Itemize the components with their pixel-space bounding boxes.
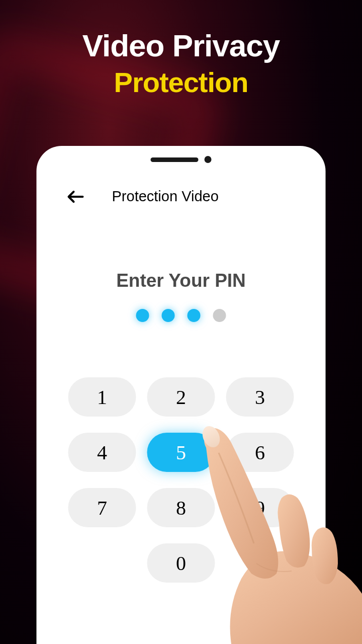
keypad-row-3: 7 8 9	[68, 488, 294, 527]
keypad-row-1: 1 2 3	[68, 377, 294, 417]
keypad-row-2: 4 5 6	[68, 433, 294, 472]
key-1[interactable]: 1	[68, 377, 136, 417]
key-8[interactable]: 8	[147, 488, 215, 527]
speaker-dot	[205, 156, 212, 163]
back-arrow-icon	[67, 190, 84, 204]
speaker-bar	[151, 157, 199, 162]
pin-dot-3	[188, 309, 201, 322]
hero-line1: Video Privacy	[0, 28, 362, 63]
phone-mockup: Protection Video Enter Your PIN 1 2 3 4 …	[37, 146, 326, 644]
key-4[interactable]: 4	[68, 433, 136, 472]
pin-dot-4	[213, 309, 226, 322]
key-6[interactable]: 6	[226, 433, 294, 472]
hero-title: Video Privacy Protection	[0, 0, 362, 99]
key-3[interactable]: 3	[226, 377, 294, 417]
app-header: Protection Video	[37, 188, 326, 205]
hero-line2: Protection	[0, 66, 362, 99]
key-9[interactable]: 9	[226, 488, 294, 527]
speaker-notch	[37, 156, 326, 163]
back-button[interactable]	[67, 190, 84, 204]
key-5[interactable]: 5	[147, 433, 215, 472]
pin-dot-2	[162, 309, 175, 322]
keypad-row-4: 0	[147, 543, 215, 583]
pin-indicator	[37, 309, 326, 322]
key-7[interactable]: 7	[68, 488, 136, 527]
key-2[interactable]: 2	[147, 377, 215, 417]
keypad: 1 2 3 4 5 6 7 8 9 0	[37, 377, 326, 583]
pin-dot-1	[136, 309, 149, 322]
key-0[interactable]: 0	[147, 543, 215, 583]
pin-prompt: Enter Your PIN	[37, 270, 326, 291]
header-title: Protection Video	[112, 188, 219, 205]
